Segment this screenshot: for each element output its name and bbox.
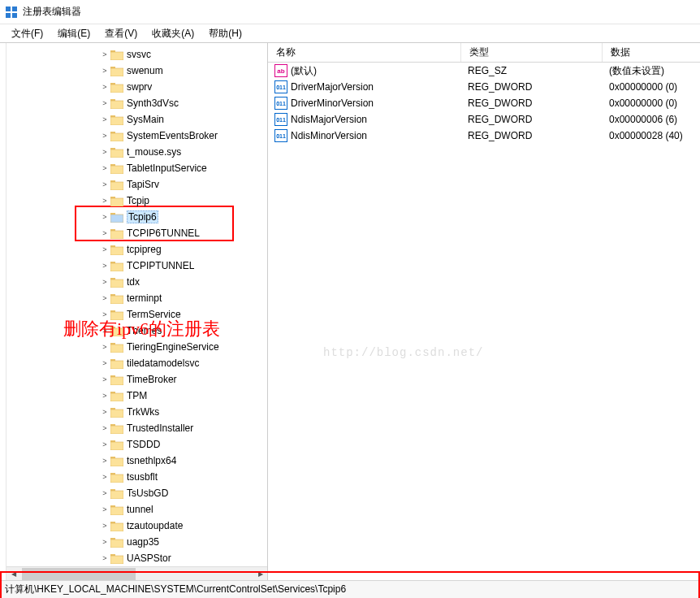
expand-icon[interactable]: > — [101, 457, 109, 465]
expand-icon[interactable]: > — [101, 375, 109, 384]
list-row[interactable]: 011DriverMinorVersionREG_DWORD0x00000000… — [268, 95, 700, 111]
tree-item-uaspstor[interactable]: >UASPStor — [10, 550, 274, 566]
expand-icon[interactable]: > — [101, 132, 109, 140]
tree-item-synth3dvsc[interactable]: >Synth3dVsc — [10, 95, 274, 111]
tree-label: TsUsbGD — [127, 488, 168, 499]
tree-item-trkwks[interactable]: >TrkWks — [10, 404, 274, 420]
tree-item-trustedinstaller[interactable]: >TrustedInstaller — [10, 420, 274, 436]
tree-item-svsvc[interactable]: >svsvc — [10, 46, 274, 63]
tree-item-tdx[interactable]: >tdx — [10, 274, 274, 290]
tree-item-tzautoupdate[interactable]: >tzautoupdate — [10, 518, 274, 534]
expand-icon[interactable]: > — [101, 213, 109, 221]
folder-icon — [110, 341, 123, 353]
expand-icon[interactable]: > — [101, 522, 109, 530]
expand-icon[interactable]: > — [101, 359, 109, 367]
tree-label: Synth3dVsc — [127, 98, 179, 109]
value-name: DriverMajorVersion — [291, 81, 374, 93]
scroll-left-button[interactable]: ◀ — [6, 568, 20, 580]
expand-icon[interactable]: > — [101, 115, 109, 124]
menu-file[interactable]: 文件(F) — [8, 25, 46, 42]
statusbar: 计算机\HKEY_LOCAL_MACHINE\SYSTEM\CurrentCon… — [0, 580, 700, 598]
menu-help[interactable]: 帮助(H) — [205, 25, 245, 42]
menu-favorites[interactable]: 收藏夹(A) — [149, 25, 197, 42]
tree-item-tapisrv[interactable]: >TapiSrv — [10, 176, 274, 193]
expand-icon[interactable]: > — [101, 245, 109, 254]
list-row[interactable]: 011DriverMajorVersionREG_DWORD0x00000000… — [268, 79, 700, 95]
tree-item-systemeventsbroker[interactable]: >SystemEventsBroker — [10, 128, 274, 144]
list-header-type[interactable]: 类型 — [461, 43, 603, 62]
expand-icon[interactable]: > — [101, 473, 109, 481]
tree-item-swenum[interactable]: >swenum — [10, 63, 274, 79]
dword-value-icon: 011 — [274, 97, 287, 110]
expand-icon[interactable]: > — [101, 278, 109, 286]
expand-icon[interactable]: > — [101, 424, 109, 432]
tree-item-tabletinputservice[interactable]: >TabletInputService — [10, 160, 274, 176]
svg-rect-67 — [110, 556, 123, 564]
tree-item-tcpip6[interactable]: >Tcpip6 — [10, 209, 274, 225]
tree-item-t-mouse-sys[interactable]: >t_mouse.sys — [10, 144, 274, 160]
expand-icon[interactable]: > — [101, 440, 109, 448]
tree-item-themes[interactable]: >Themes — [10, 323, 274, 339]
expand-icon[interactable]: > — [101, 327, 109, 335]
tree-label: TimeBroker — [127, 374, 177, 385]
expand-icon[interactable]: > — [101, 180, 109, 188]
tree-item-tcpip6tunnel[interactable]: >TCPIP6TUNNEL — [10, 225, 274, 241]
scroll-thumb[interactable] — [22, 568, 136, 580]
expand-icon[interactable]: > — [101, 554, 109, 562]
expand-icon[interactable]: > — [101, 392, 109, 400]
svg-rect-59 — [110, 491, 123, 499]
tree-item-swprv[interactable]: >swprv — [10, 79, 274, 95]
tree-item-tsusbflt[interactable]: >tsusbflt — [10, 469, 274, 485]
tree-item-tsddd[interactable]: >TSDDD — [10, 436, 274, 453]
expand-icon[interactable]: > — [101, 505, 109, 514]
expand-icon[interactable]: > — [101, 538, 109, 546]
tree-horizontal-scrollbar[interactable]: ◀ ▶ — [6, 566, 267, 580]
expand-icon[interactable]: > — [101, 310, 109, 318]
tree-item-timebroker[interactable]: >TimeBroker — [10, 371, 274, 388]
expand-icon[interactable]: > — [101, 343, 109, 351]
tree-item-sysmain[interactable]: >SysMain — [10, 111, 274, 128]
tree-item-tsusbgd[interactable]: >TsUsbGD — [10, 485, 274, 501]
value-name: (默认) — [291, 64, 317, 78]
expand-icon[interactable]: > — [101, 148, 109, 156]
tree-item-tcpip[interactable]: >Tcpip — [10, 193, 274, 209]
folder-icon — [110, 439, 123, 450]
expand-icon[interactable]: > — [101, 83, 109, 91]
folder-icon — [110, 455, 123, 466]
tree-item-tiledatamodelsvc[interactable]: >tiledatamodelsvc — [10, 355, 274, 371]
tree-item-tcpipreg[interactable]: >tcpipreg — [10, 241, 274, 258]
expand-icon[interactable]: > — [101, 294, 109, 302]
tree-label: TCPIPTUNNEL — [127, 260, 194, 271]
tree-item-tunnel[interactable]: >tunnel — [10, 501, 274, 518]
expand-icon[interactable]: > — [101, 99, 109, 107]
string-value-icon: ab — [274, 64, 287, 77]
expand-icon[interactable]: > — [101, 229, 109, 237]
tree-panel[interactable]: >svsvc>swenum>swprv>Synth3dVsc>SysMain>S… — [6, 43, 274, 566]
expand-icon[interactable]: > — [101, 67, 109, 75]
tree-item-tieringengineservice[interactable]: >TieringEngineService — [10, 339, 274, 355]
list-row[interactable]: ab(默认)REG_SZ(数值未设置) — [268, 63, 700, 79]
tree-label: TieringEngineService — [127, 341, 219, 353]
list-header-data[interactable]: 数据 — [603, 43, 700, 62]
expand-icon[interactable]: > — [101, 197, 109, 205]
tree-item-tpm[interactable]: >TPM — [10, 388, 274, 404]
list-body[interactable]: ab(默认)REG_SZ(数值未设置)011DriverMajorVersion… — [268, 63, 700, 580]
list-row[interactable]: 011NdisMajorVersionREG_DWORD0x00000006 (… — [268, 111, 700, 128]
dword-value-icon: 011 — [274, 129, 287, 142]
tree-item-termservice[interactable]: >TermService — [10, 306, 274, 323]
list-header-name[interactable]: 名称 — [268, 43, 461, 62]
tree-item-tsnethlpx64[interactable]: >tsnethlpx64 — [10, 453, 274, 469]
expand-icon[interactable]: > — [101, 50, 109, 58]
expand-icon[interactable]: > — [101, 408, 109, 416]
menu-edit[interactable]: 编辑(E) — [54, 25, 93, 42]
tree-item-uagp35[interactable]: >uagp35 — [10, 534, 274, 550]
list-row[interactable]: 011NdisMinorVersionREG_DWORD0x00000028 (… — [268, 128, 700, 144]
scroll-right-button[interactable]: ▶ — [253, 568, 267, 580]
folder-icon — [110, 276, 123, 288]
expand-icon[interactable]: > — [101, 164, 109, 172]
expand-icon[interactable]: > — [101, 489, 109, 497]
tree-item-tcpiptunnel[interactable]: >TCPIPTUNNEL — [10, 258, 274, 274]
tree-item-terminpt[interactable]: >terminpt — [10, 290, 274, 306]
expand-icon[interactable]: > — [101, 262, 109, 270]
menu-view[interactable]: 查看(V) — [102, 25, 140, 42]
